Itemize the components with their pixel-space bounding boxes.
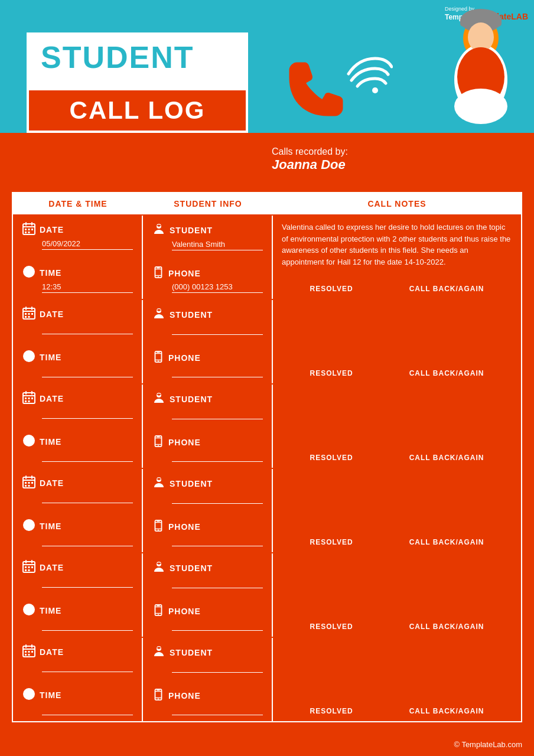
- action-resolved-3[interactable]: RESOLVED: [310, 538, 353, 546]
- svg-rect-14: [31, 229, 33, 230]
- header-right: [260, 0, 534, 133]
- time-value-4[interactable]: [42, 620, 133, 631]
- notes-cell-3[interactable]: RESOLVED CALL BACK/AGAIN: [273, 469, 521, 552]
- svg-rect-85: [28, 566, 30, 568]
- footer-text: © TemplateLab.com: [454, 740, 522, 749]
- notes-cell-0[interactable]: Valentina called to express her desire t…: [273, 216, 521, 299]
- notes-text-4[interactable]: [282, 559, 512, 615]
- table-row: DATE TIME STUDENT: [13, 383, 521, 468]
- action-resolved-2[interactable]: RESOLVED: [310, 454, 353, 462]
- student-label-2: STUDENT: [170, 395, 213, 404]
- notes-text-5[interactable]: [282, 644, 512, 699]
- student-value-0[interactable]: Valentina Smith: [172, 240, 263, 250]
- svg-point-24: [158, 276, 159, 277]
- notes-cell-4[interactable]: RESOLVED CALL BACK/AGAIN: [273, 553, 521, 637]
- student-value-4[interactable]: [172, 578, 263, 588]
- notes-cell-1[interactable]: RESOLVED CALL BACK/AGAIN: [273, 300, 521, 383]
- student-value-2[interactable]: [172, 409, 263, 419]
- student-label-3: STUDENT: [170, 479, 213, 488]
- phone-value-4[interactable]: [172, 620, 263, 631]
- time-value-3[interactable]: [42, 536, 133, 546]
- svg-rect-103: [28, 651, 30, 653]
- student-value-5[interactable]: [172, 662, 263, 673]
- date-label-5: DATE: [40, 647, 64, 657]
- datetime-cell-5[interactable]: DATE TIME: [13, 638, 143, 721]
- action-callback-4[interactable]: CALL BACK/AGAIN: [409, 623, 484, 631]
- date-value-3[interactable]: [42, 493, 133, 503]
- date-value-0[interactable]: 05/09/2022: [42, 239, 133, 250]
- table-header: DATE & TIME STUDENT INFO CALL NOTES: [13, 193, 521, 214]
- svg-rect-88: [28, 569, 30, 571]
- notes-text-3[interactable]: [282, 475, 512, 530]
- time-value-1[interactable]: [42, 367, 133, 377]
- student-cell-0[interactable]: STUDENT Valentina Smith PHONE (000) 0012…: [143, 216, 273, 299]
- time-label-4: TIME: [40, 606, 61, 615]
- time-label-0: TIME: [40, 268, 61, 278]
- phone-label-4: PHONE: [168, 607, 201, 616]
- svg-point-78: [158, 529, 159, 530]
- action-callback-3[interactable]: CALL BACK/AGAIN: [409, 538, 484, 546]
- phone-value-2[interactable]: [172, 451, 263, 462]
- notes-cell-5[interactable]: RESOLVED CALL BACK/AGAIN: [273, 638, 521, 721]
- calendar-icon-5: [22, 644, 36, 660]
- phone-value-0[interactable]: (000) 00123 1253: [172, 282, 263, 293]
- notes-cell-2[interactable]: RESOLVED CALL BACK/AGAIN: [273, 384, 521, 468]
- action-resolved-0[interactable]: RESOLVED: [310, 285, 353, 293]
- date-label-0: DATE: [40, 225, 64, 234]
- phone-value-1[interactable]: [172, 367, 263, 377]
- header-left: STUDENT CALL LOG: [0, 0, 260, 133]
- svg-rect-105: [25, 654, 27, 656]
- student-cell-4[interactable]: STUDENT PHONE: [143, 553, 273, 637]
- calendar-icon-3: [22, 475, 36, 491]
- datetime-cell-4[interactable]: DATE TIME: [13, 553, 143, 637]
- calendar-icon-2: [22, 390, 36, 407]
- datetime-cell-0[interactable]: DATE 05/09/2022 TIME 12:35: [13, 216, 143, 299]
- svg-rect-93: [155, 604, 162, 615]
- wifi-icon: [346, 48, 393, 100]
- phone-value-3[interactable]: [172, 536, 263, 546]
- svg-point-96: [158, 614, 159, 615]
- date-value-2[interactable]: [42, 408, 133, 419]
- action-callback-1[interactable]: CALL BACK/AGAIN: [409, 369, 484, 377]
- student-value-3[interactable]: [172, 493, 263, 504]
- action-callback-5[interactable]: CALL BACK/AGAIN: [409, 707, 484, 715]
- date-value-4[interactable]: [42, 577, 133, 588]
- notes-footer-4: RESOLVED CALL BACK/AGAIN: [282, 620, 512, 631]
- svg-rect-106: [28, 654, 30, 656]
- action-resolved-5[interactable]: RESOLVED: [310, 707, 353, 715]
- action-callback-2[interactable]: CALL BACK/AGAIN: [409, 454, 484, 462]
- student-cell-1[interactable]: STUDENT PHONE: [143, 300, 273, 383]
- svg-rect-15: [25, 232, 27, 233]
- phone-icon-2: [152, 435, 165, 450]
- th-student-info: STUDENT INFO: [143, 193, 273, 214]
- svg-rect-67: [28, 482, 30, 484]
- svg-rect-68: [31, 482, 33, 484]
- action-resolved-4[interactable]: RESOLVED: [310, 623, 353, 631]
- notes-text-2[interactable]: [282, 390, 512, 446]
- student-cell-5[interactable]: STUDENT PHONE: [143, 638, 273, 721]
- notes-text-0[interactable]: Valentina called to express her desire t…: [282, 221, 512, 277]
- phone-value-5[interactable]: [172, 705, 263, 715]
- student-cell-3[interactable]: STUDENT PHONE: [143, 469, 273, 552]
- svg-point-114: [158, 698, 159, 699]
- student-cell-2[interactable]: STUDENT PHONE: [143, 384, 273, 468]
- table-row: DATE TIME STUDENT: [13, 468, 521, 552]
- datetime-cell-3[interactable]: DATE TIME: [13, 469, 143, 552]
- date-value-1[interactable]: [42, 324, 133, 334]
- date-value-5[interactable]: [42, 662, 133, 672]
- svg-rect-115: [157, 689, 160, 690]
- svg-rect-79: [157, 520, 160, 521]
- datetime-cell-2[interactable]: DATE TIME: [13, 384, 143, 468]
- notes-text-1[interactable]: [282, 306, 512, 361]
- time-value-0[interactable]: 12:35: [42, 282, 133, 293]
- time-label-2: TIME: [40, 437, 61, 447]
- action-callback-0[interactable]: CALL BACK/AGAIN: [409, 285, 484, 293]
- datetime-cell-1[interactable]: DATE TIME: [13, 300, 143, 383]
- action-resolved-1[interactable]: RESOLVED: [310, 369, 353, 377]
- svg-rect-111: [155, 689, 162, 699]
- time-value-5[interactable]: [42, 705, 133, 715]
- student-value-1[interactable]: [172, 324, 263, 335]
- svg-point-42: [158, 360, 159, 361]
- time-value-2[interactable]: [42, 451, 133, 462]
- svg-rect-97: [157, 605, 160, 605]
